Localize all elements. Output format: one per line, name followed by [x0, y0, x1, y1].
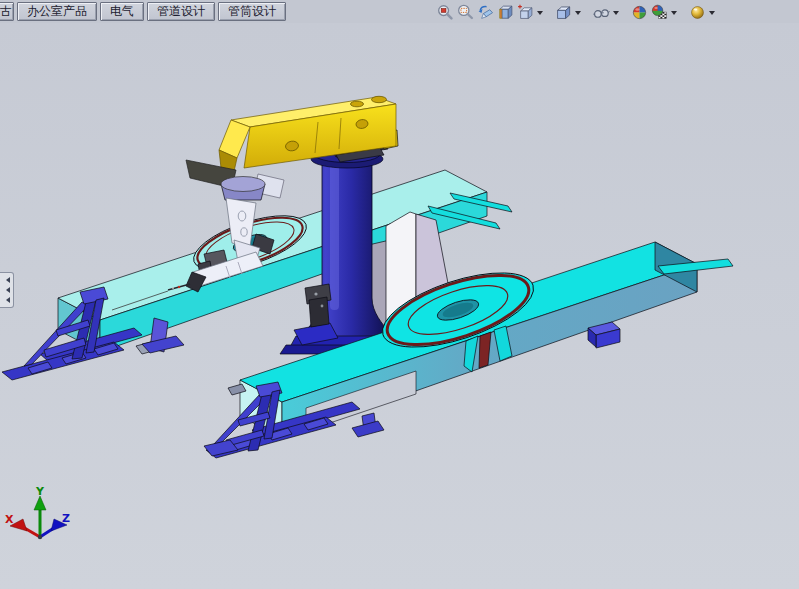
view-orientation-dropdown-arrow[interactable] [537, 11, 543, 18]
command-manager-toolbar: 古 办公室产品 电气 管道设计 管筒设计 [0, 0, 799, 24]
apply-scene-dropdown-arrow[interactable] [671, 11, 677, 18]
hide-show-items-dropdown-arrow[interactable] [613, 11, 619, 18]
flyout-left-arrow-icon [3, 277, 10, 283]
zoom-to-fit-icon[interactable] [437, 4, 454, 21]
zoom-to-area-icon[interactable] [457, 4, 474, 21]
flyout-left-arrow-icon [3, 287, 10, 293]
tab-electrical[interactable]: 电气 [100, 2, 144, 21]
heads-up-view-toolbar [437, 2, 721, 22]
display-style-icon[interactable] [555, 4, 572, 21]
previous-view-icon[interactable] [477, 4, 494, 21]
triad-x-label: X [5, 513, 14, 526]
edit-appearance-icon[interactable] [631, 4, 648, 21]
tab-tubing-design[interactable]: 管筒设计 [218, 2, 286, 21]
view-settings-dropdown-arrow[interactable] [709, 11, 715, 18]
graphics-viewport[interactable]: Y X Z [0, 23, 799, 589]
section-view-icon[interactable] [497, 4, 514, 21]
hide-show-items-icon[interactable] [593, 4, 610, 21]
tab-piping-design[interactable]: 管道设计 [147, 2, 215, 21]
tab-office-products[interactable]: 办公室产品 [17, 2, 97, 21]
view-settings-icon[interactable] [689, 4, 706, 21]
application-window: 古 办公室产品 电气 管道设计 管筒设计 [0, 0, 799, 589]
feature-panel-flyout-button[interactable] [0, 272, 14, 308]
triad-y-label: Y [35, 485, 45, 498]
tab-clipped[interactable]: 古 [0, 2, 14, 21]
display-style-dropdown-arrow[interactable] [575, 11, 581, 18]
triad-z-label: Z [62, 512, 70, 525]
command-tabs: 古 办公室产品 电气 管道设计 管筒设计 [0, 0, 286, 23]
view-orientation-icon[interactable] [517, 4, 534, 21]
apply-scene-icon[interactable] [651, 4, 668, 21]
flyout-left-arrow-icon [3, 297, 10, 303]
